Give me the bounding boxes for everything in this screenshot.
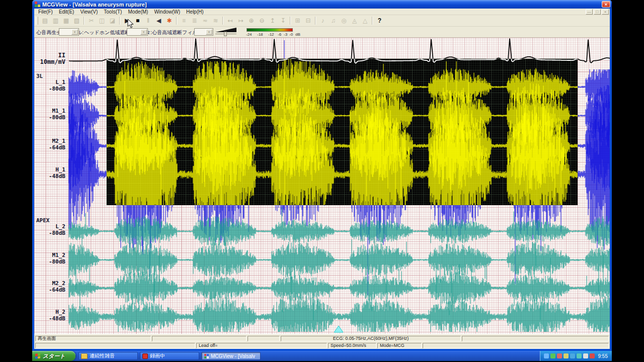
rewind-icon[interactable]: ◀ xyxy=(153,16,164,26)
help-icon: ? xyxy=(378,17,381,24)
mdi-close-button[interactable]: × xyxy=(602,9,609,15)
zoom-out-icon: ⊖ xyxy=(259,17,264,24)
speed-panel: Speed=50.0mm/s xyxy=(328,343,376,348)
marker-next-icon[interactable]: ≋ xyxy=(210,16,221,26)
sound-note-icon: ♪ xyxy=(321,17,325,24)
mdi-minimize-button[interactable]: — xyxy=(586,9,593,15)
marker-list-icon[interactable]: ≡ xyxy=(179,16,189,26)
toolbar-separator xyxy=(372,17,373,25)
report-icon[interactable]: ⊟ xyxy=(303,16,313,26)
lead-off-panel: Lead off= xyxy=(196,343,327,348)
audio-toolbar: 心音再生チャンネル: ▼ ヘッドホン低域遮断フィルタ: ▼ 心音高域遮断フィルタ… xyxy=(34,27,610,38)
menu-window[interactable]: Window(W) xyxy=(151,9,183,15)
menu-help[interactable]: Help(H) xyxy=(183,9,206,15)
jump-start-icon: ↤ xyxy=(227,17,232,24)
menu-view[interactable]: View(V) xyxy=(77,9,101,15)
status-panel xyxy=(423,343,609,348)
menu-items: File(F)Edit(E)View(V)Tools(T)Mode(M)Wind… xyxy=(34,9,207,15)
tray-icon-5[interactable] xyxy=(570,353,575,358)
close-button[interactable]: × xyxy=(602,1,610,8)
new-file-icon[interactable]: ▤ xyxy=(40,16,50,26)
tray-icon-8[interactable] xyxy=(590,353,595,358)
channel-label-m1_1: M1_1 xyxy=(35,108,65,114)
sound-notes-icon[interactable]: ♫ xyxy=(328,16,339,26)
task-buttons: 連続性雑音録画中MCGView - [Valsalv xyxy=(78,352,540,360)
vu-tick: -12 xyxy=(268,32,274,37)
marker-add-icon[interactable]: ≣ xyxy=(189,16,200,26)
marker-list-icon: ≡ xyxy=(182,17,186,24)
channel-db-l_1: -80dB xyxy=(35,86,65,92)
menu-mode[interactable]: Mode(M) xyxy=(125,9,151,15)
jump-end-icon[interactable]: ↦ xyxy=(235,16,246,26)
menu-file[interactable]: File(F) xyxy=(35,9,56,15)
gain-up-icon[interactable]: ↥ xyxy=(267,16,278,26)
app-window: MCGView - [Valsalva aneurysm rupture] × … xyxy=(32,0,612,351)
paste-icon[interactable]: ◪ xyxy=(107,16,118,26)
taskbar-task-2[interactable]: 録画中 xyxy=(140,352,199,360)
save-icon[interactable]: ▦ xyxy=(61,16,71,26)
tray-icon-7[interactable] xyxy=(583,353,588,358)
record-icon[interactable]: ✱ xyxy=(164,16,175,26)
ecg-filter-panel: ECG: 0.05-75Hz,AC(60Hz),MF(35Hz) xyxy=(281,336,461,341)
filter-icon: △ xyxy=(363,17,367,24)
task-label: MCGView - [Valsalv xyxy=(211,353,255,359)
task-label: 連続性雑音 xyxy=(90,352,115,359)
waveform-area[interactable]: II10mm/mV3LL_1-80dBM1_1-80dBM2_1-64dBH_1… xyxy=(34,38,610,334)
tray-icon-1[interactable] xyxy=(544,353,549,358)
status-panel xyxy=(462,336,609,341)
taskbar: スタート 連続性雑音録画中MCGView - [Valsalv 9:55 xyxy=(32,351,612,361)
playhead-marker[interactable] xyxy=(334,326,343,332)
menu-edit[interactable]: Edit(E) xyxy=(56,9,77,15)
taskbar-task-1[interactable]: 連続性雑音 xyxy=(78,352,138,360)
pause-icon: ‖ xyxy=(147,17,149,24)
filter-icon[interactable]: △ xyxy=(360,16,370,26)
titlebar[interactable]: MCGView - [Valsalva aneurysm rupture] × xyxy=(32,0,612,9)
tray-icon-3[interactable] xyxy=(557,353,562,358)
channel-db-h_1: -48dB xyxy=(35,173,65,179)
zoom-in-icon[interactable]: ⊕ xyxy=(246,16,257,26)
measure-icon: ◎ xyxy=(341,17,346,24)
grid-toggle-icon[interactable]: ⊞ xyxy=(292,16,303,26)
channel-label-m1_2: M1_2 xyxy=(35,252,65,258)
measure-icon[interactable]: ◎ xyxy=(339,16,349,26)
jump-start-icon[interactable]: ↤ xyxy=(225,16,235,26)
channel-db-m1_2: -80dB xyxy=(35,259,65,265)
toolbar-grip xyxy=(36,17,38,25)
print-icon[interactable]: ▧ xyxy=(71,16,82,26)
copy-icon[interactable]: ◫ xyxy=(97,16,107,26)
task-icon xyxy=(142,353,148,359)
gain-down-icon[interactable]: ↧ xyxy=(278,16,288,26)
window-body: File(F)Edit(E)View(V)Tools(T)Mode(M)Wind… xyxy=(34,9,610,349)
marker-prev-icon[interactable]: ≂ xyxy=(200,16,210,26)
vu-tick: dB xyxy=(295,32,300,37)
windows-logo-icon xyxy=(35,353,41,359)
status-panel xyxy=(248,336,280,341)
vu-scale: -24-18-12-6-3-0dB xyxy=(34,32,610,37)
taskbar-task-3[interactable]: MCGView - [Valsalv xyxy=(201,352,261,360)
tray-icons xyxy=(543,351,596,360)
print-icon: ▧ xyxy=(74,17,79,24)
vu-tick: -18 xyxy=(257,32,263,37)
pause-icon[interactable]: ‖ xyxy=(143,16,153,26)
clock[interactable]: 9:55 xyxy=(598,353,608,359)
help-icon[interactable]: ? xyxy=(374,16,385,26)
status-bar-upper: 再生画面 ECG: 0.05-75Hz,AC(60Hz),MF(35Hz) xyxy=(34,334,610,342)
channel-label-m2_1: M2_1 xyxy=(35,138,65,144)
tray-icon-2[interactable] xyxy=(550,353,555,358)
mdi-restore-button[interactable]: □ xyxy=(594,9,601,15)
tray-icon-6[interactable] xyxy=(577,353,582,358)
tray-icon-4[interactable] xyxy=(564,353,569,358)
status-bar-lower: Lead off= Speed=50.0mm/s Mode=MCG xyxy=(34,342,610,349)
start-label: スタート xyxy=(43,352,65,360)
cut-icon[interactable]: ✂ xyxy=(86,16,97,26)
menu-tools[interactable]: Tools(T) xyxy=(101,9,125,15)
sound-note-icon[interactable]: ♪ xyxy=(317,16,328,26)
marker-next-icon: ≋ xyxy=(213,17,218,24)
open-file-icon[interactable]: ▥ xyxy=(50,16,61,26)
start-button[interactable]: スタート xyxy=(32,351,75,361)
grid-toggle-icon: ⊞ xyxy=(295,17,300,24)
toolbar-separator xyxy=(315,17,316,25)
status-panel xyxy=(35,343,195,348)
annotate-icon[interactable]: ◬ xyxy=(349,16,360,26)
zoom-out-icon[interactable]: ⊖ xyxy=(257,16,267,26)
